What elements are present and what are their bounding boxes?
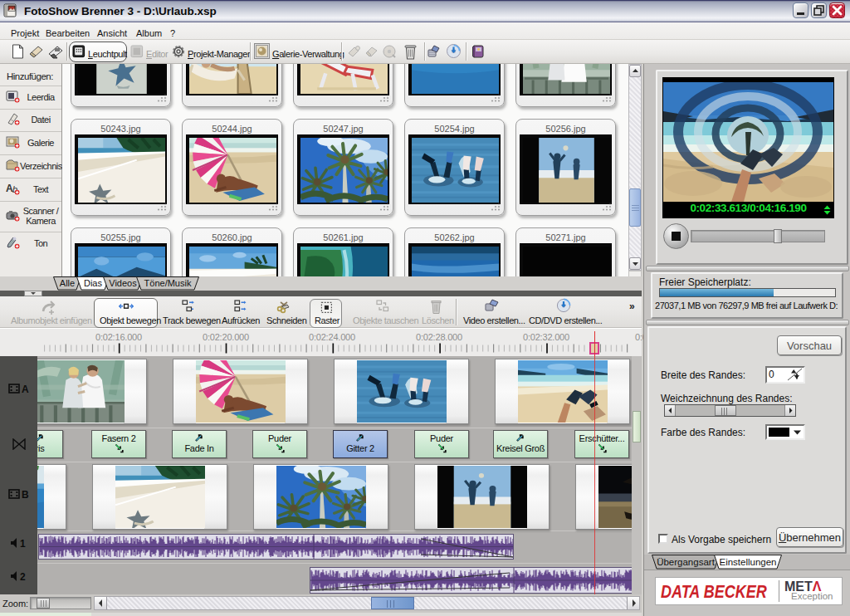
svg-text:1: 1: [20, 538, 26, 549]
svg-text:Videos: Videos: [109, 278, 137, 288]
svg-text:Dias: Dias: [84, 278, 103, 288]
svg-text:Töne/Musik: Töne/Musik: [144, 278, 192, 288]
svg-text:A: A: [22, 384, 29, 394]
svg-text:Einstellungen: Einstellungen: [719, 557, 776, 567]
svg-text:2: 2: [20, 571, 26, 582]
svg-text:Alle: Alle: [60, 278, 75, 288]
svg-text:Übergangsart: Übergangsart: [657, 557, 715, 567]
svg-text:B: B: [22, 489, 29, 500]
